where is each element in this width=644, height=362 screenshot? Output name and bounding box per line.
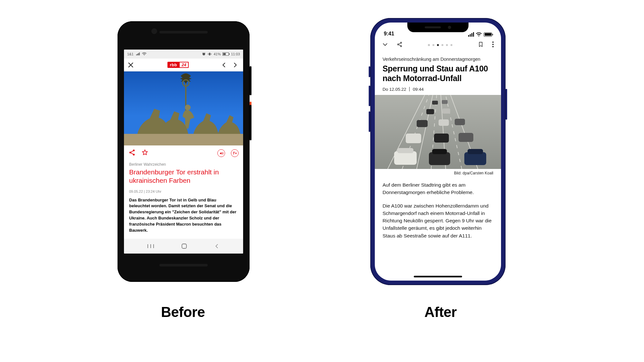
android-bottom-speaker	[159, 264, 208, 266]
android-system-nav	[124, 239, 243, 254]
carrier-label: 1&1	[127, 52, 134, 56]
status-right	[468, 32, 492, 37]
status-time: 9:41	[384, 31, 394, 37]
article-toolbar: T+	[124, 145, 243, 161]
rbb24-logo[interactable]: rbb 24	[167, 62, 189, 68]
android-status-bar: 1&1 41% 11:03	[124, 50, 243, 59]
label-after: After	[424, 304, 457, 320]
star-icon	[141, 149, 148, 156]
svg-rect-24	[432, 149, 447, 154]
android-phone-frame: 1&1 41% 11:03 rbb	[118, 21, 250, 282]
date-time: 09:44	[413, 87, 424, 92]
text-size-label: T+	[232, 151, 237, 155]
favorite-button[interactable]	[141, 149, 148, 157]
image-credit: Bild: dpa/Carsten Koall	[375, 169, 501, 175]
back-button[interactable]	[214, 243, 220, 249]
svg-point-2	[185, 105, 191, 110]
iphone-volume-up	[369, 86, 370, 106]
wifi-icon	[476, 32, 482, 37]
article-body: Auf dem Berliner Stadtring gibt es am Do…	[375, 175, 501, 239]
back-icon	[214, 243, 220, 249]
nav-arrows	[221, 62, 240, 68]
android-front-camera	[151, 28, 157, 34]
share-button[interactable]	[128, 149, 136, 157]
share-button[interactable]	[397, 42, 402, 49]
more-button[interactable]	[492, 41, 494, 49]
svg-point-7	[401, 42, 402, 43]
motorway-illustration	[375, 95, 501, 169]
iphone-mute-switch	[369, 66, 370, 77]
svg-rect-31	[439, 119, 449, 126]
text-size-button[interactable]: T+	[231, 149, 239, 157]
article-hero-image	[375, 95, 501, 169]
svg-rect-6	[182, 244, 186, 248]
article-kicker: Verkehrseinschränkung am Donnerstagmorge…	[383, 57, 493, 62]
recents-button[interactable]	[147, 244, 154, 249]
iphone-notch	[407, 23, 469, 32]
svg-rect-30	[417, 120, 428, 127]
svg-point-8	[398, 44, 399, 45]
iphone-power-button	[506, 89, 507, 120]
article-title: Brandenburger Tor erstrahlt in ukrainisc…	[129, 168, 238, 185]
article-body: Berliner Wahrzeichen Brandenburger Tor e…	[124, 161, 243, 239]
svg-point-5	[133, 154, 135, 156]
home-button[interactable]	[181, 243, 187, 249]
prev-article-button[interactable]	[221, 62, 229, 68]
article-date: Do 12.05.22 09:44	[383, 87, 493, 92]
status-time: 11:03	[231, 52, 240, 56]
article-toolbar	[375, 38, 501, 52]
bookmark-button[interactable]	[478, 41, 484, 49]
svg-rect-22	[397, 148, 413, 153]
bookmark-icon	[478, 41, 484, 48]
svg-rect-27	[406, 134, 421, 143]
audio-icon	[219, 151, 223, 155]
logo-rbb: rbb	[167, 62, 180, 68]
svg-rect-35	[432, 101, 438, 105]
collapse-button[interactable]	[382, 41, 388, 49]
svg-rect-36	[442, 100, 448, 104]
close-button[interactable]	[127, 61, 135, 69]
chevron-down-icon	[382, 41, 388, 48]
date-day: Do 12.05.22	[383, 87, 406, 92]
date-separator	[409, 87, 410, 91]
android-volume-button	[250, 66, 251, 95]
comparison-stage: 1&1 41% 11:03 rbb	[0, 0, 644, 362]
svg-point-10	[492, 42, 494, 43]
iphone-frame: 9:41	[370, 18, 506, 285]
share-icon	[128, 149, 136, 156]
svg-rect-21	[394, 151, 417, 165]
article-header: Verkehrseinschränkung am Donnerstagmorge…	[375, 52, 501, 92]
signal-icon	[136, 52, 140, 56]
svg-point-9	[401, 45, 402, 47]
pagination-dots[interactable]	[428, 44, 452, 46]
home-indicator[interactable]	[414, 276, 462, 277]
svg-rect-32	[455, 119, 465, 125]
recents-icon	[147, 244, 154, 249]
app-nav-bar: rbb 24	[124, 59, 243, 71]
android-earpiece	[159, 31, 208, 33]
chevron-left-icon	[221, 62, 227, 68]
share-icon	[397, 42, 402, 47]
article-kicker: Berliner Wahrzeichen	[129, 162, 238, 167]
svg-point-12	[492, 46, 494, 47]
battery-icon	[223, 52, 229, 56]
label-before: Before	[161, 304, 205, 320]
logo-24: 24	[180, 62, 189, 68]
svg-rect-34	[442, 108, 450, 114]
wifi-icon	[142, 52, 147, 56]
home-icon	[181, 243, 187, 249]
next-article-button[interactable]	[232, 62, 240, 68]
read-aloud-button[interactable]	[217, 149, 225, 157]
svg-rect-33	[426, 109, 434, 114]
signal-icon	[468, 32, 474, 37]
svg-rect-29	[459, 133, 473, 142]
android-power-button	[250, 105, 251, 140]
android-screen: 1&1 41% 11:03 rbb	[124, 50, 243, 254]
svg-rect-28	[434, 134, 449, 143]
article-hero-image	[124, 71, 243, 145]
svg-point-4	[129, 152, 131, 153]
battery-icon	[484, 32, 492, 37]
vibrate-icon	[208, 52, 212, 56]
kebab-icon	[492, 41, 494, 48]
alarm-icon	[202, 52, 206, 56]
